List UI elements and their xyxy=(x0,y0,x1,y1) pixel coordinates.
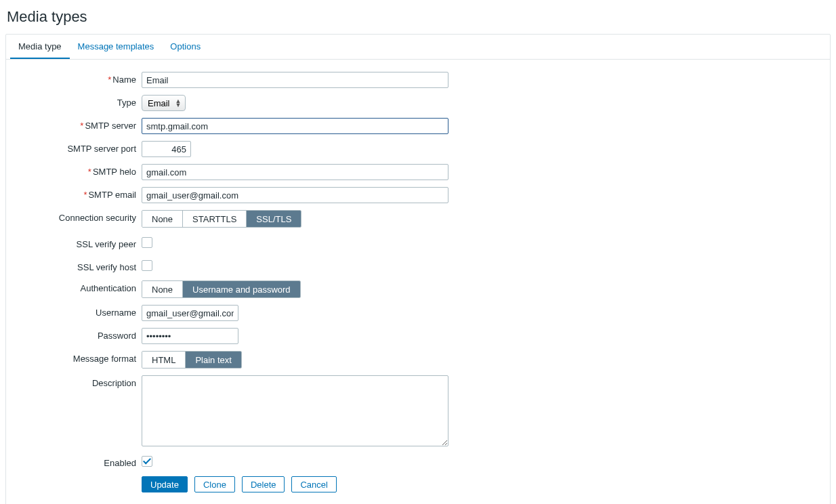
clone-button[interactable]: Clone xyxy=(194,476,235,492)
label-smtp-port: SMTP server port xyxy=(6,141,142,154)
label-enabled: Enabled xyxy=(6,455,142,468)
label-name: *Name xyxy=(6,72,142,85)
smtp-email-input[interactable] xyxy=(142,187,448,203)
label-conn-security: Connection security xyxy=(6,210,142,223)
label-authentication: Authentication xyxy=(6,280,142,293)
conn-security-starttls[interactable]: STARTTLS xyxy=(183,211,247,227)
smtp-helo-input[interactable] xyxy=(142,164,448,180)
tab-options[interactable]: Options xyxy=(162,35,209,59)
label-smtp-helo: *SMTP helo xyxy=(6,164,142,177)
smtp-port-input[interactable] xyxy=(142,141,191,157)
message-format-segment: HTML Plain text xyxy=(142,351,242,369)
authentication-segment: None Username and password xyxy=(142,280,301,298)
auth-userpass[interactable]: Username and password xyxy=(183,281,300,297)
label-type: Type xyxy=(6,95,142,108)
msgfmt-html[interactable]: HTML xyxy=(142,352,186,368)
type-select[interactable]: Email xyxy=(142,95,186,111)
conn-security-ssltls[interactable]: SSL/TLS xyxy=(247,211,301,227)
label-username: Username xyxy=(6,305,142,318)
tab-message-templates[interactable]: Message templates xyxy=(70,35,163,59)
label-password: Password xyxy=(6,328,142,341)
tabs: Media type Message templates Options xyxy=(6,35,830,60)
label-ssl-verify-peer: SSL verify peer xyxy=(6,236,142,249)
cancel-button[interactable]: Cancel xyxy=(291,476,336,492)
label-message-format: Message format xyxy=(6,351,142,364)
ssl-verify-peer-checkbox[interactable] xyxy=(142,237,152,248)
password-input[interactable] xyxy=(142,328,238,344)
update-button[interactable]: Update xyxy=(142,476,188,492)
label-description: Description xyxy=(6,375,142,388)
description-textarea[interactable] xyxy=(142,375,448,446)
label-smtp-server: *SMTP server xyxy=(6,118,142,131)
msgfmt-plain[interactable]: Plain text xyxy=(186,352,241,368)
label-ssl-verify-host: SSL verify host xyxy=(6,259,142,272)
auth-none[interactable]: None xyxy=(142,281,183,297)
smtp-server-input[interactable] xyxy=(142,118,448,134)
page-title: Media types xyxy=(5,5,831,34)
conn-security-none[interactable]: None xyxy=(142,211,183,227)
label-smtp-email: *SMTP email xyxy=(6,187,142,200)
media-type-form: *Name Type Email ▲▼ *SMTP server xyxy=(6,60,830,504)
enabled-checkbox[interactable] xyxy=(142,456,152,467)
delete-button[interactable]: Delete xyxy=(242,476,285,492)
ssl-verify-host-checkbox[interactable] xyxy=(142,260,152,271)
tab-media-type[interactable]: Media type xyxy=(10,35,70,59)
form-panel: Media type Message templates Options *Na… xyxy=(5,34,831,504)
username-input[interactable] xyxy=(142,305,238,321)
conn-security-segment: None STARTTLS SSL/TLS xyxy=(142,210,301,228)
name-input[interactable] xyxy=(142,72,448,88)
